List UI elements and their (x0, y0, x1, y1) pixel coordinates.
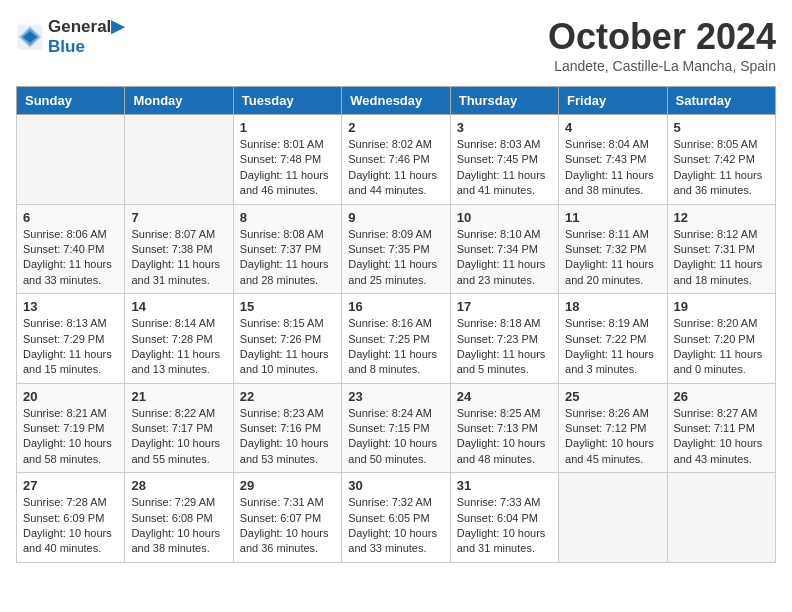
day-number: 16 (348, 299, 443, 314)
calendar-cell: 4Sunrise: 8:04 AM Sunset: 7:43 PM Daylig… (559, 115, 667, 205)
column-header-saturday: Saturday (667, 87, 775, 115)
day-number: 28 (131, 478, 226, 493)
day-info: Sunrise: 8:15 AM Sunset: 7:26 PM Dayligh… (240, 316, 335, 378)
day-number: 23 (348, 389, 443, 404)
calendar-cell: 27Sunrise: 7:28 AM Sunset: 6:09 PM Dayli… (17, 473, 125, 563)
day-number: 8 (240, 210, 335, 225)
calendar-cell: 15Sunrise: 8:15 AM Sunset: 7:26 PM Dayli… (233, 294, 341, 384)
day-number: 25 (565, 389, 660, 404)
calendar-cell: 26Sunrise: 8:27 AM Sunset: 7:11 PM Dayli… (667, 383, 775, 473)
day-number: 18 (565, 299, 660, 314)
calendar-cell: 21Sunrise: 8:22 AM Sunset: 7:17 PM Dayli… (125, 383, 233, 473)
calendar-cell (125, 115, 233, 205)
calendar-cell: 25Sunrise: 8:26 AM Sunset: 7:12 PM Dayli… (559, 383, 667, 473)
day-info: Sunrise: 8:27 AM Sunset: 7:11 PM Dayligh… (674, 406, 769, 468)
day-info: Sunrise: 8:04 AM Sunset: 7:43 PM Dayligh… (565, 137, 660, 199)
calendar-cell: 2Sunrise: 8:02 AM Sunset: 7:46 PM Daylig… (342, 115, 450, 205)
calendar-cell: 23Sunrise: 8:24 AM Sunset: 7:15 PM Dayli… (342, 383, 450, 473)
calendar-cell: 14Sunrise: 8:14 AM Sunset: 7:28 PM Dayli… (125, 294, 233, 384)
calendar-cell: 6Sunrise: 8:06 AM Sunset: 7:40 PM Daylig… (17, 204, 125, 294)
month-title: October 2024 (548, 16, 776, 58)
day-info: Sunrise: 8:06 AM Sunset: 7:40 PM Dayligh… (23, 227, 118, 289)
calendar-header-row: SundayMondayTuesdayWednesdayThursdayFrid… (17, 87, 776, 115)
location-title: Landete, Castille-La Mancha, Spain (548, 58, 776, 74)
calendar-cell: 7Sunrise: 8:07 AM Sunset: 7:38 PM Daylig… (125, 204, 233, 294)
calendar-cell: 31Sunrise: 7:33 AM Sunset: 6:04 PM Dayli… (450, 473, 558, 563)
calendar-cell: 3Sunrise: 8:03 AM Sunset: 7:45 PM Daylig… (450, 115, 558, 205)
day-info: Sunrise: 8:21 AM Sunset: 7:19 PM Dayligh… (23, 406, 118, 468)
day-number: 30 (348, 478, 443, 493)
column-header-sunday: Sunday (17, 87, 125, 115)
day-number: 11 (565, 210, 660, 225)
calendar-cell: 16Sunrise: 8:16 AM Sunset: 7:25 PM Dayli… (342, 294, 450, 384)
calendar-week-row: 20Sunrise: 8:21 AM Sunset: 7:19 PM Dayli… (17, 383, 776, 473)
logo-icon (16, 23, 44, 51)
day-info: Sunrise: 8:13 AM Sunset: 7:29 PM Dayligh… (23, 316, 118, 378)
column-header-monday: Monday (125, 87, 233, 115)
calendar-cell: 12Sunrise: 8:12 AM Sunset: 7:31 PM Dayli… (667, 204, 775, 294)
day-info: Sunrise: 8:10 AM Sunset: 7:34 PM Dayligh… (457, 227, 552, 289)
logo-text: General▶ Blue (48, 16, 124, 57)
calendar-cell: 9Sunrise: 8:09 AM Sunset: 7:35 PM Daylig… (342, 204, 450, 294)
day-number: 27 (23, 478, 118, 493)
day-number: 15 (240, 299, 335, 314)
column-header-tuesday: Tuesday (233, 87, 341, 115)
day-info: Sunrise: 8:19 AM Sunset: 7:22 PM Dayligh… (565, 316, 660, 378)
calendar-week-row: 13Sunrise: 8:13 AM Sunset: 7:29 PM Dayli… (17, 294, 776, 384)
day-info: Sunrise: 7:32 AM Sunset: 6:05 PM Dayligh… (348, 495, 443, 557)
day-info: Sunrise: 8:03 AM Sunset: 7:45 PM Dayligh… (457, 137, 552, 199)
calendar-week-row: 27Sunrise: 7:28 AM Sunset: 6:09 PM Dayli… (17, 473, 776, 563)
day-info: Sunrise: 8:22 AM Sunset: 7:17 PM Dayligh… (131, 406, 226, 468)
calendar-cell: 5Sunrise: 8:05 AM Sunset: 7:42 PM Daylig… (667, 115, 775, 205)
day-number: 4 (565, 120, 660, 135)
calendar-cell: 29Sunrise: 7:31 AM Sunset: 6:07 PM Dayli… (233, 473, 341, 563)
day-number: 1 (240, 120, 335, 135)
column-header-thursday: Thursday (450, 87, 558, 115)
day-number: 29 (240, 478, 335, 493)
logo: General▶ Blue (16, 16, 124, 57)
calendar-cell: 18Sunrise: 8:19 AM Sunset: 7:22 PM Dayli… (559, 294, 667, 384)
day-number: 19 (674, 299, 769, 314)
day-info: Sunrise: 8:20 AM Sunset: 7:20 PM Dayligh… (674, 316, 769, 378)
day-number: 20 (23, 389, 118, 404)
calendar-cell: 10Sunrise: 8:10 AM Sunset: 7:34 PM Dayli… (450, 204, 558, 294)
day-info: Sunrise: 8:11 AM Sunset: 7:32 PM Dayligh… (565, 227, 660, 289)
calendar-cell: 22Sunrise: 8:23 AM Sunset: 7:16 PM Dayli… (233, 383, 341, 473)
day-info: Sunrise: 8:09 AM Sunset: 7:35 PM Dayligh… (348, 227, 443, 289)
day-number: 21 (131, 389, 226, 404)
day-info: Sunrise: 8:01 AM Sunset: 7:48 PM Dayligh… (240, 137, 335, 199)
day-info: Sunrise: 8:07 AM Sunset: 7:38 PM Dayligh… (131, 227, 226, 289)
calendar-table: SundayMondayTuesdayWednesdayThursdayFrid… (16, 86, 776, 563)
day-number: 13 (23, 299, 118, 314)
calendar-week-row: 6Sunrise: 8:06 AM Sunset: 7:40 PM Daylig… (17, 204, 776, 294)
day-info: Sunrise: 7:31 AM Sunset: 6:07 PM Dayligh… (240, 495, 335, 557)
calendar-cell (17, 115, 125, 205)
day-info: Sunrise: 8:26 AM Sunset: 7:12 PM Dayligh… (565, 406, 660, 468)
calendar-week-row: 1Sunrise: 8:01 AM Sunset: 7:48 PM Daylig… (17, 115, 776, 205)
day-number: 3 (457, 120, 552, 135)
day-info: Sunrise: 8:05 AM Sunset: 7:42 PM Dayligh… (674, 137, 769, 199)
day-number: 22 (240, 389, 335, 404)
day-number: 31 (457, 478, 552, 493)
calendar-cell (667, 473, 775, 563)
day-number: 14 (131, 299, 226, 314)
day-info: Sunrise: 8:16 AM Sunset: 7:25 PM Dayligh… (348, 316, 443, 378)
column-header-friday: Friday (559, 87, 667, 115)
day-info: Sunrise: 7:28 AM Sunset: 6:09 PM Dayligh… (23, 495, 118, 557)
day-number: 12 (674, 210, 769, 225)
day-number: 2 (348, 120, 443, 135)
day-number: 5 (674, 120, 769, 135)
day-number: 24 (457, 389, 552, 404)
day-number: 10 (457, 210, 552, 225)
calendar-cell: 11Sunrise: 8:11 AM Sunset: 7:32 PM Dayli… (559, 204, 667, 294)
day-info: Sunrise: 7:33 AM Sunset: 6:04 PM Dayligh… (457, 495, 552, 557)
day-number: 6 (23, 210, 118, 225)
calendar-cell: 17Sunrise: 8:18 AM Sunset: 7:23 PM Dayli… (450, 294, 558, 384)
day-number: 26 (674, 389, 769, 404)
day-info: Sunrise: 8:08 AM Sunset: 7:37 PM Dayligh… (240, 227, 335, 289)
calendar-cell: 20Sunrise: 8:21 AM Sunset: 7:19 PM Dayli… (17, 383, 125, 473)
day-info: Sunrise: 8:14 AM Sunset: 7:28 PM Dayligh… (131, 316, 226, 378)
calendar-cell: 13Sunrise: 8:13 AM Sunset: 7:29 PM Dayli… (17, 294, 125, 384)
day-info: Sunrise: 7:29 AM Sunset: 6:08 PM Dayligh… (131, 495, 226, 557)
day-info: Sunrise: 8:12 AM Sunset: 7:31 PM Dayligh… (674, 227, 769, 289)
